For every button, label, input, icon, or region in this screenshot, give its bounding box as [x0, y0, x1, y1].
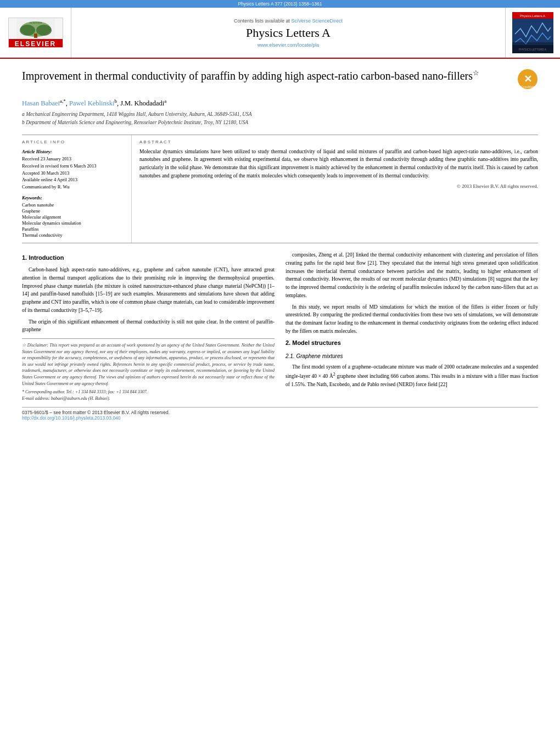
keyword-3: Molecular alignment [22, 214, 126, 220]
affiliation-a: a Mechanical Engineering Department, 141… [22, 111, 538, 118]
received-date: Received 23 January 2013 [22, 156, 126, 163]
intro-para2: The origin of this significant enhanceme… [22, 318, 275, 334]
author-keblinski-sup: b [114, 98, 117, 104]
journal-cover-svg: Physics Letters A PHYSICS LETTERS A [512, 12, 553, 53]
journal-cover-area: Physics Letters A PHYSICS LETTERS A [505, 8, 560, 58]
keyword-2: Graphene [22, 208, 126, 214]
section2-para1: The first model system of a graphene–oct… [285, 363, 538, 388]
crossmark-logo: ✕ CrossMark [517, 69, 538, 93]
authors-line: Hasan Babaeia,*, Pawel Keblinskib, J.M. … [22, 98, 538, 108]
body-section: 1. Introduction Carbon-based high aspect… [22, 251, 538, 401]
section1-heading: 1. Introduction [22, 253, 275, 263]
footnote-disclaimer: ☆ Disclaimer: This report was prepared a… [22, 342, 275, 387]
available-date: Available online 4 April 2013 [22, 177, 126, 183]
svg-text:Physics Letters A: Physics Letters A [520, 14, 545, 18]
abstract-text: Molecular dynamics simulations have been… [139, 148, 538, 180]
body-col-left: 1. Introduction Carbon-based high aspect… [22, 251, 275, 401]
journal-citation: Physics Letters A 377 (2013) 1358–1361 [238, 1, 322, 7]
keyword-1: Carbon nanotube [22, 202, 126, 208]
keyword-4: Molecular dynamics simulation [22, 220, 126, 226]
keyword-5: Paraffins [22, 226, 126, 232]
paper-title-text: Improvement in thermal conductivity of p… [22, 69, 508, 83]
elsevier-logo-image: ELSEVIER ELSEVIER [8, 18, 63, 48]
journal-info-center: Contents lists available at SciVerse Sci… [71, 8, 505, 58]
journal-title: Physics Letters A [246, 26, 331, 40]
article-info: ARTICLE INFO Article History: Received 2… [22, 135, 132, 243]
intro-para4: In this study, we report results of MD s… [285, 303, 538, 336]
abstract-col: ABSTRACT Molecular dynamics simulations … [132, 135, 538, 243]
copyright-notice: © 2013 Elsevier B.V. All rights reserved… [139, 183, 538, 189]
author-khodadadi-sup: a [164, 98, 166, 104]
author-babaei-sup: a,* [60, 98, 66, 104]
svg-rect-4 [34, 34, 37, 38]
journal-cover-image: Physics Letters A PHYSICS LETTERS A [512, 12, 553, 53]
affiliation-b: b Department of Materials Science and En… [22, 119, 538, 126]
svg-point-3 [36, 25, 52, 36]
crossmark-svg: ✕ CrossMark [517, 69, 538, 90]
journal-url[interactable]: www.elsevier.com/locate/pla [257, 42, 320, 48]
svg-text:PHYSICS LETTERS A: PHYSICS LETTERS A [519, 48, 547, 51]
issn-line: 0375-9601/$ – see front matter © 2013 El… [22, 410, 170, 415]
doi-link[interactable]: http://dx.doi.org/10.1016/j.physleta.201… [22, 415, 121, 421]
intro-para1: Carbon-based high aspect-ratio nano-addi… [22, 266, 275, 314]
accepted-date: Accepted 30 March 2013 [22, 170, 126, 177]
body-col-right: composites, Zheng et al. [20] linked the… [285, 251, 538, 401]
journal-citation-bar: Physics Letters A 377 (2013) 1358–1361 [0, 0, 560, 8]
paper-title-main: Improvement in thermal conductivity of p… [22, 70, 473, 82]
svg-text:ELSEVIER: ELSEVIER [29, 21, 41, 24]
elsevier-brand-bar: ELSEVIER [9, 39, 63, 48]
intro-para3: composites, Zheng et al. [20] linked the… [285, 251, 538, 299]
bottom-bar: 0375-9601/$ – see front matter © 2013 El… [22, 407, 538, 421]
article-history-label: Article History: [22, 149, 126, 154]
footnote-area: ☆ Disclaimer: This report was prepared a… [22, 338, 275, 401]
journal-header: ELSEVIER ELSEVIER Contents lists availab… [0, 8, 560, 59]
abstract-title: ABSTRACT [139, 140, 538, 144]
paper-title-area: Improvement in thermal conductivity of p… [22, 69, 538, 93]
keywords-label: Keywords: [22, 195, 126, 200]
received-revised-date: Received in revised form 6 March 2013 [22, 163, 126, 170]
contents-link[interactable]: Contents lists available at SciVerse Sci… [234, 18, 343, 24]
elsevier-tree-svg: ELSEVIER [16, 18, 55, 39]
paper-title-star: ☆ [473, 69, 479, 77]
author-babaei[interactable]: Hasan Babaei [22, 99, 60, 107]
svg-rect-9 [512, 45, 553, 53]
communicated-by: Communicated by R. Wu [22, 184, 126, 191]
sciverse-link[interactable]: SciVerse ScienceDirect [292, 18, 343, 24]
article-info-abstract: ARTICLE INFO Article History: Received 2… [22, 135, 538, 243]
section2-sub1: 2.1. Graphene mixtures [285, 352, 538, 361]
elsevier-logo: ELSEVIER ELSEVIER [8, 18, 63, 48]
elsevier-tree-icon: ELSEVIER [9, 18, 63, 39]
section2-heading: 2. Model structures [285, 338, 538, 348]
elsevier-logo-area: ELSEVIER ELSEVIER [0, 8, 71, 58]
footnote-email: E-mail address: babaei@auburn.edu (H. Ba… [22, 395, 275, 402]
svg-text:CrossMark: CrossMark [521, 85, 535, 88]
author-keblinski[interactable]: Pawel Keblinski [69, 99, 114, 107]
footnote-corresponding: * Corresponding author. Tel.: +1 334 844… [22, 389, 275, 395]
article-container: Improvement in thermal conductivity of p… [0, 59, 560, 427]
keyword-6: Thermal conductivity [22, 232, 126, 238]
svg-point-2 [20, 25, 35, 36]
svg-text:✕: ✕ [524, 74, 532, 85]
article-info-title: ARTICLE INFO [22, 140, 126, 144]
superscript-2: 2 [333, 372, 335, 377]
affiliations: a Mechanical Engineering Department, 141… [22, 111, 538, 127]
